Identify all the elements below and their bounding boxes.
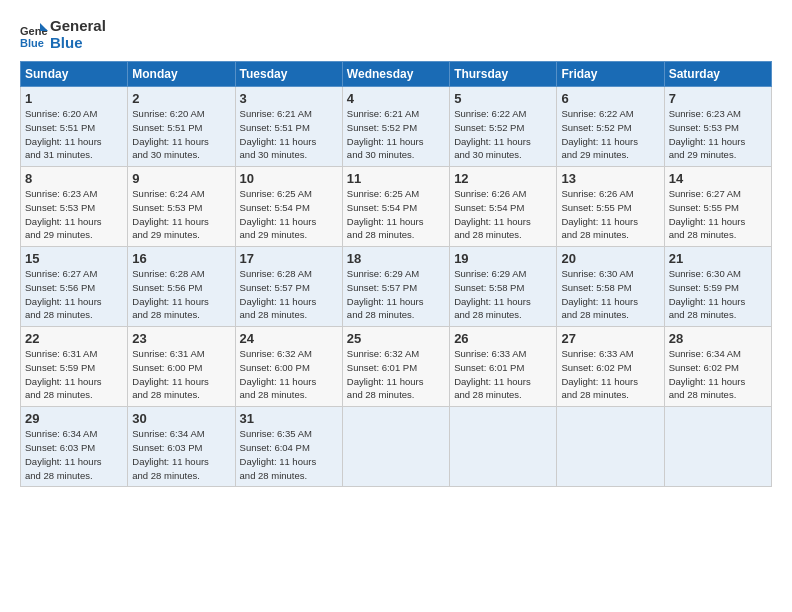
logo-general: General [50,18,106,35]
day-number: 12 [454,171,552,186]
day-cell: 14Sunrise: 6:27 AM Sunset: 5:55 PM Dayli… [664,167,771,247]
day-info: Sunrise: 6:31 AM Sunset: 5:59 PM Dayligh… [25,347,123,402]
header-cell-saturday: Saturday [664,62,771,87]
day-cell: 15Sunrise: 6:27 AM Sunset: 5:56 PM Dayli… [21,247,128,327]
day-info: Sunrise: 6:25 AM Sunset: 5:54 PM Dayligh… [347,187,445,242]
day-cell: 2Sunrise: 6:20 AM Sunset: 5:51 PM Daylig… [128,87,235,167]
day-info: Sunrise: 6:30 AM Sunset: 5:59 PM Dayligh… [669,267,767,322]
day-info: Sunrise: 6:28 AM Sunset: 5:56 PM Dayligh… [132,267,230,322]
day-cell: 16Sunrise: 6:28 AM Sunset: 5:56 PM Dayli… [128,247,235,327]
day-info: Sunrise: 6:33 AM Sunset: 6:02 PM Dayligh… [561,347,659,402]
day-cell: 11Sunrise: 6:25 AM Sunset: 5:54 PM Dayli… [342,167,449,247]
day-cell [557,407,664,487]
day-info: Sunrise: 6:35 AM Sunset: 6:04 PM Dayligh… [240,427,338,482]
day-cell [450,407,557,487]
day-number: 30 [132,411,230,426]
day-number: 28 [669,331,767,346]
day-number: 5 [454,91,552,106]
calendar-header: SundayMondayTuesdayWednesdayThursdayFrid… [21,62,772,87]
day-number: 19 [454,251,552,266]
day-cell: 4Sunrise: 6:21 AM Sunset: 5:52 PM Daylig… [342,87,449,167]
day-cell: 13Sunrise: 6:26 AM Sunset: 5:55 PM Dayli… [557,167,664,247]
day-number: 23 [132,331,230,346]
day-cell: 24Sunrise: 6:32 AM Sunset: 6:00 PM Dayli… [235,327,342,407]
day-cell [342,407,449,487]
day-info: Sunrise: 6:23 AM Sunset: 5:53 PM Dayligh… [669,107,767,162]
header-cell-friday: Friday [557,62,664,87]
day-cell: 5Sunrise: 6:22 AM Sunset: 5:52 PM Daylig… [450,87,557,167]
day-info: Sunrise: 6:20 AM Sunset: 5:51 PM Dayligh… [25,107,123,162]
day-number: 2 [132,91,230,106]
day-number: 26 [454,331,552,346]
header-cell-thursday: Thursday [450,62,557,87]
logo-icon: General Blue [20,21,48,49]
day-cell: 18Sunrise: 6:29 AM Sunset: 5:57 PM Dayli… [342,247,449,327]
day-number: 15 [25,251,123,266]
week-row-2: 8Sunrise: 6:23 AM Sunset: 5:53 PM Daylig… [21,167,772,247]
page: General Blue General Blue SundayMondayTu… [0,0,792,497]
day-number: 14 [669,171,767,186]
day-number: 25 [347,331,445,346]
day-cell: 10Sunrise: 6:25 AM Sunset: 5:54 PM Dayli… [235,167,342,247]
svg-text:Blue: Blue [20,37,44,49]
day-info: Sunrise: 6:34 AM Sunset: 6:02 PM Dayligh… [669,347,767,402]
header: General Blue General Blue [20,18,772,51]
day-info: Sunrise: 6:29 AM Sunset: 5:57 PM Dayligh… [347,267,445,322]
day-number: 21 [669,251,767,266]
day-info: Sunrise: 6:24 AM Sunset: 5:53 PM Dayligh… [132,187,230,242]
header-cell-wednesday: Wednesday [342,62,449,87]
day-cell: 1Sunrise: 6:20 AM Sunset: 5:51 PM Daylig… [21,87,128,167]
day-info: Sunrise: 6:22 AM Sunset: 5:52 PM Dayligh… [454,107,552,162]
day-info: Sunrise: 6:21 AM Sunset: 5:51 PM Dayligh… [240,107,338,162]
day-number: 1 [25,91,123,106]
day-cell: 22Sunrise: 6:31 AM Sunset: 5:59 PM Dayli… [21,327,128,407]
day-info: Sunrise: 6:21 AM Sunset: 5:52 PM Dayligh… [347,107,445,162]
header-cell-tuesday: Tuesday [235,62,342,87]
day-info: Sunrise: 6:27 AM Sunset: 5:55 PM Dayligh… [669,187,767,242]
day-cell: 26Sunrise: 6:33 AM Sunset: 6:01 PM Dayli… [450,327,557,407]
day-info: Sunrise: 6:26 AM Sunset: 5:55 PM Dayligh… [561,187,659,242]
day-cell: 27Sunrise: 6:33 AM Sunset: 6:02 PM Dayli… [557,327,664,407]
day-info: Sunrise: 6:23 AM Sunset: 5:53 PM Dayligh… [25,187,123,242]
day-cell: 7Sunrise: 6:23 AM Sunset: 5:53 PM Daylig… [664,87,771,167]
day-info: Sunrise: 6:27 AM Sunset: 5:56 PM Dayligh… [25,267,123,322]
day-info: Sunrise: 6:34 AM Sunset: 6:03 PM Dayligh… [25,427,123,482]
day-cell: 8Sunrise: 6:23 AM Sunset: 5:53 PM Daylig… [21,167,128,247]
header-cell-sunday: Sunday [21,62,128,87]
day-number: 11 [347,171,445,186]
day-cell: 3Sunrise: 6:21 AM Sunset: 5:51 PM Daylig… [235,87,342,167]
day-cell: 19Sunrise: 6:29 AM Sunset: 5:58 PM Dayli… [450,247,557,327]
day-number: 20 [561,251,659,266]
calendar-body: 1Sunrise: 6:20 AM Sunset: 5:51 PM Daylig… [21,87,772,487]
week-row-3: 15Sunrise: 6:27 AM Sunset: 5:56 PM Dayli… [21,247,772,327]
day-number: 3 [240,91,338,106]
day-number: 18 [347,251,445,266]
day-cell: 21Sunrise: 6:30 AM Sunset: 5:59 PM Dayli… [664,247,771,327]
day-info: Sunrise: 6:22 AM Sunset: 5:52 PM Dayligh… [561,107,659,162]
day-info: Sunrise: 6:34 AM Sunset: 6:03 PM Dayligh… [132,427,230,482]
day-info: Sunrise: 6:32 AM Sunset: 6:00 PM Dayligh… [240,347,338,402]
day-cell: 12Sunrise: 6:26 AM Sunset: 5:54 PM Dayli… [450,167,557,247]
day-info: Sunrise: 6:33 AM Sunset: 6:01 PM Dayligh… [454,347,552,402]
day-cell [664,407,771,487]
logo-blue: Blue [50,35,106,52]
day-number: 29 [25,411,123,426]
day-info: Sunrise: 6:26 AM Sunset: 5:54 PM Dayligh… [454,187,552,242]
day-cell: 28Sunrise: 6:34 AM Sunset: 6:02 PM Dayli… [664,327,771,407]
day-number: 9 [132,171,230,186]
week-row-1: 1Sunrise: 6:20 AM Sunset: 5:51 PM Daylig… [21,87,772,167]
week-row-4: 22Sunrise: 6:31 AM Sunset: 5:59 PM Dayli… [21,327,772,407]
day-number: 17 [240,251,338,266]
day-cell: 23Sunrise: 6:31 AM Sunset: 6:00 PM Dayli… [128,327,235,407]
day-cell: 17Sunrise: 6:28 AM Sunset: 5:57 PM Dayli… [235,247,342,327]
day-number: 13 [561,171,659,186]
day-info: Sunrise: 6:30 AM Sunset: 5:58 PM Dayligh… [561,267,659,322]
day-cell: 6Sunrise: 6:22 AM Sunset: 5:52 PM Daylig… [557,87,664,167]
day-number: 22 [25,331,123,346]
day-info: Sunrise: 6:29 AM Sunset: 5:58 PM Dayligh… [454,267,552,322]
day-cell: 30Sunrise: 6:34 AM Sunset: 6:03 PM Dayli… [128,407,235,487]
day-cell: 31Sunrise: 6:35 AM Sunset: 6:04 PM Dayli… [235,407,342,487]
day-number: 6 [561,91,659,106]
day-number: 10 [240,171,338,186]
day-cell: 25Sunrise: 6:32 AM Sunset: 6:01 PM Dayli… [342,327,449,407]
